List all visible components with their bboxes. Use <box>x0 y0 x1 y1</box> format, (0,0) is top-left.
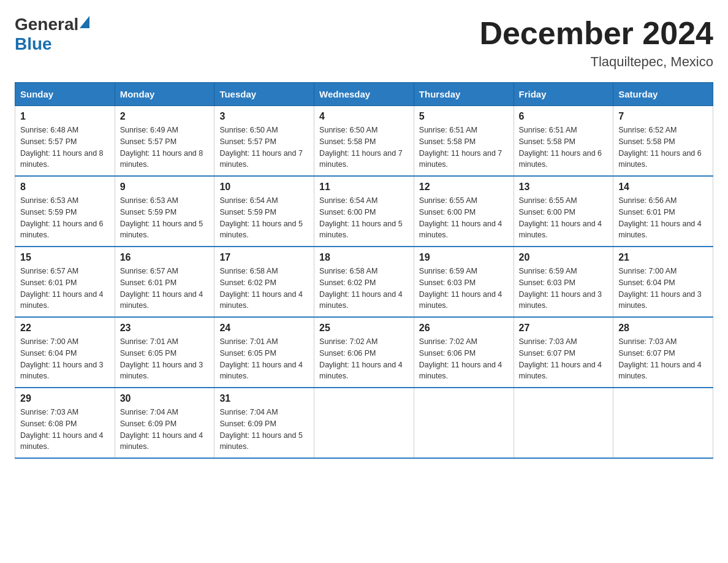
day-number: 12 <box>419 182 509 193</box>
header-wednesday: Wednesday <box>314 83 414 106</box>
day-info: Sunrise: 6:59 AM Sunset: 6:03 PM Dayligh… <box>419 266 509 312</box>
calendar-cell: 19 Sunrise: 6:59 AM Sunset: 6:03 PM Dayl… <box>414 247 514 317</box>
page-header: General Blue December 2024 Tlaquiltepec,… <box>15 15 713 70</box>
day-number: 1 <box>20 111 110 122</box>
calendar-cell: 26 Sunrise: 7:02 AM Sunset: 6:06 PM Dayl… <box>414 317 514 388</box>
location-subtitle: Tlaquiltepec, Mexico <box>479 54 713 70</box>
logo-triangle-icon <box>80 16 89 28</box>
header-sunday: Sunday <box>15 83 115 106</box>
day-number: 25 <box>319 323 409 334</box>
calendar-cell: 13 Sunrise: 6:55 AM Sunset: 6:00 PM Dayl… <box>514 176 613 247</box>
day-info: Sunrise: 6:52 AM Sunset: 5:58 PM Dayligh… <box>618 124 708 170</box>
calendar-cell: 27 Sunrise: 7:03 AM Sunset: 6:07 PM Dayl… <box>514 317 613 388</box>
header-monday: Monday <box>115 83 214 106</box>
calendar-cell: 10 Sunrise: 6:54 AM Sunset: 5:59 PM Dayl… <box>214 176 314 247</box>
day-info: Sunrise: 7:03 AM Sunset: 6:07 PM Dayligh… <box>519 336 609 382</box>
day-info: Sunrise: 6:59 AM Sunset: 6:03 PM Dayligh… <box>519 266 609 312</box>
day-info: Sunrise: 6:53 AM Sunset: 5:59 PM Dayligh… <box>20 195 110 241</box>
calendar-week-row: 15 Sunrise: 6:57 AM Sunset: 6:01 PM Dayl… <box>15 247 713 317</box>
calendar-cell: 20 Sunrise: 6:59 AM Sunset: 6:03 PM Dayl… <box>514 247 613 317</box>
logo: General Blue <box>15 15 89 54</box>
calendar-cell: 1 Sunrise: 6:48 AM Sunset: 5:57 PM Dayli… <box>15 106 115 177</box>
day-number: 2 <box>120 111 210 122</box>
calendar-cell: 18 Sunrise: 6:58 AM Sunset: 6:02 PM Dayl… <box>314 247 414 317</box>
day-number: 23 <box>120 323 210 334</box>
calendar-week-row: 1 Sunrise: 6:48 AM Sunset: 5:57 PM Dayli… <box>15 106 713 177</box>
day-info: Sunrise: 6:55 AM Sunset: 6:00 PM Dayligh… <box>519 195 609 241</box>
day-info: Sunrise: 6:56 AM Sunset: 6:01 PM Dayligh… <box>618 195 708 241</box>
calendar-cell: 15 Sunrise: 6:57 AM Sunset: 6:01 PM Dayl… <box>15 247 115 317</box>
calendar-cell <box>514 388 613 458</box>
day-number: 5 <box>419 111 509 122</box>
day-info: Sunrise: 7:02 AM Sunset: 6:06 PM Dayligh… <box>319 336 409 382</box>
day-info: Sunrise: 7:02 AM Sunset: 6:06 PM Dayligh… <box>419 336 509 382</box>
day-number: 26 <box>419 323 509 334</box>
header-thursday: Thursday <box>414 83 514 106</box>
day-number: 17 <box>219 252 309 263</box>
day-info: Sunrise: 7:01 AM Sunset: 6:05 PM Dayligh… <box>219 336 309 382</box>
calendar-cell: 2 Sunrise: 6:49 AM Sunset: 5:57 PM Dayli… <box>115 106 214 177</box>
logo-general-text: General <box>15 15 78 34</box>
calendar-cell: 6 Sunrise: 6:51 AM Sunset: 5:58 PM Dayli… <box>514 106 613 177</box>
day-info: Sunrise: 7:03 AM Sunset: 6:08 PM Dayligh… <box>20 407 110 453</box>
header-friday: Friday <box>514 83 613 106</box>
calendar-cell: 29 Sunrise: 7:03 AM Sunset: 6:08 PM Dayl… <box>15 388 115 458</box>
day-number: 10 <box>219 182 309 193</box>
weekday-header-row: Sunday Monday Tuesday Wednesday Thursday… <box>15 83 713 106</box>
day-info: Sunrise: 6:58 AM Sunset: 6:02 PM Dayligh… <box>219 266 309 312</box>
calendar-cell: 24 Sunrise: 7:01 AM Sunset: 6:05 PM Dayl… <box>214 317 314 388</box>
day-info: Sunrise: 6:54 AM Sunset: 5:59 PM Dayligh… <box>219 195 309 241</box>
calendar-cell: 17 Sunrise: 6:58 AM Sunset: 6:02 PM Dayl… <box>214 247 314 317</box>
day-number: 7 <box>618 111 708 122</box>
day-number: 4 <box>319 111 409 122</box>
day-number: 13 <box>519 182 609 193</box>
day-number: 29 <box>20 393 110 404</box>
day-number: 8 <box>20 182 110 193</box>
calendar-cell: 14 Sunrise: 6:56 AM Sunset: 6:01 PM Dayl… <box>613 176 713 247</box>
day-info: Sunrise: 6:51 AM Sunset: 5:58 PM Dayligh… <box>519 124 609 170</box>
calendar-cell: 7 Sunrise: 6:52 AM Sunset: 5:58 PM Dayli… <box>613 106 713 177</box>
day-info: Sunrise: 6:58 AM Sunset: 6:02 PM Dayligh… <box>319 266 409 312</box>
day-info: Sunrise: 6:55 AM Sunset: 6:00 PM Dayligh… <box>419 195 509 241</box>
day-info: Sunrise: 6:49 AM Sunset: 5:57 PM Dayligh… <box>120 124 210 170</box>
calendar-cell: 4 Sunrise: 6:50 AM Sunset: 5:58 PM Dayli… <box>314 106 414 177</box>
calendar-week-row: 22 Sunrise: 7:00 AM Sunset: 6:04 PM Dayl… <box>15 317 713 388</box>
day-info: Sunrise: 6:48 AM Sunset: 5:57 PM Dayligh… <box>20 124 110 170</box>
day-number: 3 <box>219 111 309 122</box>
day-info: Sunrise: 6:50 AM Sunset: 5:57 PM Dayligh… <box>219 124 309 170</box>
calendar-table: Sunday Monday Tuesday Wednesday Thursday… <box>15 82 713 459</box>
calendar-cell: 28 Sunrise: 7:03 AM Sunset: 6:07 PM Dayl… <box>613 317 713 388</box>
calendar-cell: 16 Sunrise: 6:57 AM Sunset: 6:01 PM Dayl… <box>115 247 214 317</box>
calendar-cell <box>414 388 514 458</box>
day-number: 21 <box>618 252 708 263</box>
day-number: 18 <box>319 252 409 263</box>
day-info: Sunrise: 6:57 AM Sunset: 6:01 PM Dayligh… <box>120 266 210 312</box>
day-info: Sunrise: 7:04 AM Sunset: 6:09 PM Dayligh… <box>219 407 309 453</box>
day-number: 15 <box>20 252 110 263</box>
day-number: 6 <box>519 111 609 122</box>
day-info: Sunrise: 7:00 AM Sunset: 6:04 PM Dayligh… <box>618 266 708 312</box>
day-info: Sunrise: 7:01 AM Sunset: 6:05 PM Dayligh… <box>120 336 210 382</box>
logo-blue-text: Blue <box>15 34 52 54</box>
day-info: Sunrise: 6:53 AM Sunset: 5:59 PM Dayligh… <box>120 195 210 241</box>
calendar-cell: 8 Sunrise: 6:53 AM Sunset: 5:59 PM Dayli… <box>15 176 115 247</box>
calendar-cell: 21 Sunrise: 7:00 AM Sunset: 6:04 PM Dayl… <box>613 247 713 317</box>
day-info: Sunrise: 6:57 AM Sunset: 6:01 PM Dayligh… <box>20 266 110 312</box>
calendar-cell: 30 Sunrise: 7:04 AM Sunset: 6:09 PM Dayl… <box>115 388 214 458</box>
day-number: 22 <box>20 323 110 334</box>
day-number: 20 <box>519 252 609 263</box>
day-number: 27 <box>519 323 609 334</box>
calendar-cell <box>314 388 414 458</box>
header-saturday: Saturday <box>613 83 713 106</box>
calendar-cell: 31 Sunrise: 7:04 AM Sunset: 6:09 PM Dayl… <box>214 388 314 458</box>
calendar-week-row: 8 Sunrise: 6:53 AM Sunset: 5:59 PM Dayli… <box>15 176 713 247</box>
day-number: 14 <box>618 182 708 193</box>
calendar-cell <box>613 388 713 458</box>
title-block: December 2024 Tlaquiltepec, Mexico <box>479 15 713 70</box>
day-number: 9 <box>120 182 210 193</box>
calendar-cell: 25 Sunrise: 7:02 AM Sunset: 6:06 PM Dayl… <box>314 317 414 388</box>
calendar-cell: 9 Sunrise: 6:53 AM Sunset: 5:59 PM Dayli… <box>115 176 214 247</box>
day-info: Sunrise: 6:54 AM Sunset: 6:00 PM Dayligh… <box>319 195 409 241</box>
day-number: 28 <box>618 323 708 334</box>
day-number: 16 <box>120 252 210 263</box>
